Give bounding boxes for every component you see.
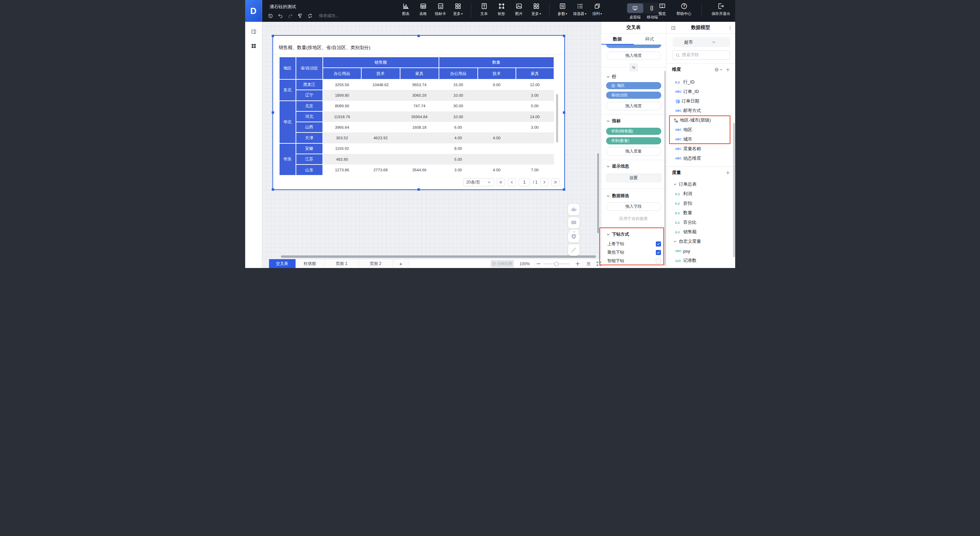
toolbar-filters[interactable]: 筛选器▾ [573, 2, 587, 16]
drop-field-zone[interactable]: 拖入字段 [606, 202, 661, 211]
dimension-field[interactable]: ABC度量名称 [667, 144, 735, 154]
toolbar-save-exit[interactable]: 保存并退出 [712, 2, 730, 16]
tab-data[interactable]: 数据 [601, 34, 634, 44]
zoom-out-button[interactable] [536, 261, 541, 267]
panel-scrollbar[interactable] [664, 71, 666, 266]
page-tab-4[interactable]: 页面 2 [359, 259, 393, 268]
toolbar-preview[interactable]: 预览 [655, 2, 670, 16]
measure-field[interactable]: 0.2折扣 [667, 199, 735, 208]
measure-group[interactable]: 自定义度量 [667, 237, 735, 246]
row-pill-2[interactable]: 省/自治区 [606, 92, 661, 99]
resize-handle[interactable] [563, 111, 565, 114]
toolbar-more-media[interactable]: 更多▾ [529, 2, 544, 16]
sort-button[interactable] [630, 64, 638, 72]
resize-handle[interactable] [563, 188, 565, 191]
dataset-select[interactable]: 超市 [673, 37, 730, 47]
page-input[interactable]: 1 [519, 178, 530, 186]
resize-handle[interactable] [272, 35, 274, 37]
refresh-icon[interactable] [307, 13, 313, 19]
drill-checkbox-3[interactable] [656, 258, 661, 264]
crosstab-widget[interactable]: 销售额、数量(按地区、省/自治区、类别划分) 地区省/自治区销售额数量办公用品技… [273, 35, 565, 190]
app-logo[interactable]: D [245, 0, 262, 22]
province-cell[interactable]: 黑龙江 [296, 80, 323, 90]
measure-field[interactable]: 0.2数量 [667, 208, 735, 218]
undo-icon[interactable] [277, 13, 283, 19]
drill-checkbox-1[interactable] [656, 242, 661, 247]
dimension-field[interactable]: ABC邮寄方式 [667, 106, 735, 115]
toolbar-help-center[interactable]: ?帮助中心 [676, 2, 692, 16]
page-tab-2[interactable]: 柱状图 [296, 259, 325, 268]
kebab-menu-icon[interactable] [727, 25, 733, 31]
table-scrollbar[interactable] [556, 94, 558, 142]
measure-field[interactable]: 0.2百分比 [667, 218, 735, 227]
collapse-panel-icon[interactable] [670, 25, 676, 31]
add-measure-button[interactable] [725, 170, 730, 175]
toolbar-image[interactable]: 图片 [511, 2, 527, 16]
chevron-down-icon[interactable] [606, 194, 610, 198]
panel-scrollbar[interactable] [733, 123, 735, 257]
dimension-field[interactable]: ABC地区 [667, 125, 735, 135]
drop-measure-zone[interactable]: 拖入度量 [606, 147, 661, 156]
resize-handle[interactable] [417, 188, 420, 191]
zoom-knob[interactable] [554, 262, 559, 266]
add-dimension-button[interactable] [725, 67, 730, 72]
toolbar-kpi-card[interactable]: 123指标卡 [433, 2, 448, 16]
first-page-button[interactable] [497, 178, 505, 186]
toolbar-table[interactable]: 表格 [416, 2, 431, 16]
province-cell[interactable]: 辽宁 [296, 90, 323, 100]
dimension-field[interactable]: 订单日期 [667, 96, 735, 106]
collapse-panel-icon[interactable] [251, 29, 257, 35]
device-desktop[interactable] [627, 3, 643, 13]
zoom-in-button[interactable] [575, 261, 581, 267]
dimension-field[interactable]: 地区-城市(层级) [667, 115, 735, 125]
toolbar-arrange[interactable]: 排列▾ [590, 2, 605, 16]
province-cell[interactable]: 天津 [296, 132, 323, 143]
row-pill-1[interactable]: 地区 [606, 82, 661, 89]
column-pill-clipped[interactable] [606, 45, 661, 48]
chevron-down-icon[interactable] [606, 75, 610, 79]
next-page-button[interactable] [540, 178, 549, 186]
toolbar-rectangle[interactable]: 矩形 [494, 2, 509, 16]
add-page-tab[interactable]: + [393, 259, 409, 268]
fit-width-button[interactable] [586, 261, 592, 267]
measure-field[interactable]: 123记录数 [667, 256, 735, 265]
province-cell[interactable]: 山东 [296, 164, 323, 175]
globe-icon[interactable] [714, 67, 719, 72]
ai-assistant-button[interactable] [568, 204, 579, 215]
province-cell[interactable]: 安徽 [296, 143, 323, 154]
chevron-down-icon[interactable] [606, 164, 610, 169]
measure-field[interactable]: ABCpsy [667, 246, 735, 256]
page-size-select[interactable]: 20条/页 [463, 178, 494, 186]
metric-pill-1[interactable]: 求和(销售额) [606, 128, 661, 135]
comment-button[interactable] [568, 217, 579, 229]
metric-pill-2[interactable]: 求和(数量) [606, 137, 661, 145]
province-cell[interactable]: 北京 [296, 101, 323, 111]
history-icon[interactable] [268, 13, 274, 19]
measure-field[interactable]: 0.2销售额 [667, 227, 735, 237]
zoom-slider[interactable] [544, 264, 570, 264]
dashboard-grid-icon[interactable] [251, 43, 257, 49]
dimension-field[interactable]: ABC城市 [667, 135, 735, 144]
search-input[interactable]: 搜索字段 [672, 50, 730, 60]
region-cell[interactable]: 华东 [279, 143, 296, 175]
canvas-vertical-scrollbar[interactable] [597, 153, 599, 233]
page-tab-3[interactable]: 页面 1 [325, 259, 359, 268]
province-cell[interactable]: 江苏 [296, 154, 323, 164]
analysis-result-button[interactable]: 分析结果 [491, 260, 514, 267]
toolbar-more-charts[interactable]: 更多▾ [450, 2, 466, 16]
drop-dimension-zone[interactable]: 拖入维度 [606, 51, 661, 60]
region-cell[interactable]: 东北 [279, 80, 296, 101]
tooltip-settings-button[interactable]: 设置 [606, 174, 661, 182]
last-page-button[interactable] [551, 178, 560, 186]
redo-icon[interactable] [287, 13, 293, 19]
drill-checkbox-2[interactable] [656, 250, 661, 255]
canvas-horizontal-scrollbar[interactable] [281, 255, 596, 258]
measure-group[interactable]: 订单总表 [667, 180, 735, 189]
collapse-float-toolbar[interactable] [570, 229, 579, 234]
dimension-field[interactable]: ABC动态维度 [667, 154, 735, 163]
toolbar-params[interactable]: 参数▾ [555, 2, 570, 16]
measure-field[interactable]: 0.2利润 [667, 189, 735, 199]
tab-style[interactable]: 样式 [634, 34, 666, 44]
region-cell[interactable]: 华北 [279, 101, 296, 143]
canvas[interactable]: 销售额、数量(按地区、省/自治区、类别划分) 地区省/自治区销售额数量办公用品技… [262, 22, 601, 259]
